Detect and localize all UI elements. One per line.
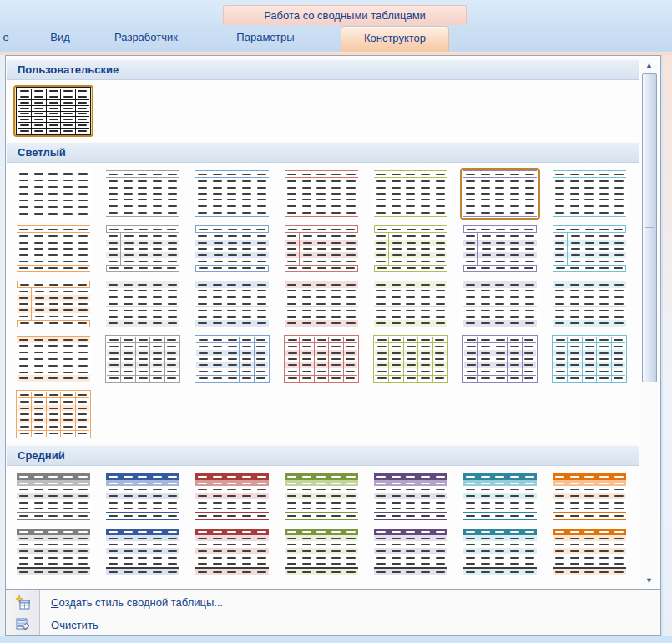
new-style-icon [6,595,39,610]
pivot-style-thumbnail-bands-orange[interactable] [13,333,93,385]
pivot-style-thumbnail-lines-blue[interactable] [192,168,272,220]
gallery-scrollbar[interactable]: ▲ ▼ [641,58,657,587]
pivot-style-thumbnail-m2-purple[interactable] [371,526,451,578]
pivot-style-thumbnail-lines-purple[interactable] [460,168,540,220]
pivot-style-thumbnail-custom-black[interactable] [13,85,93,137]
scrollbar-thumb[interactable] [642,73,657,382]
pivot-styles-gallery: Пользовательские Светлый Средний ▲ ▼ [5,55,661,590]
tab-view[interactable]: Вид [35,25,85,52]
pivot-style-thumbnail-bands-olive[interactable] [371,278,451,330]
menu-item-new-pivot-style[interactable]: Создать стиль сводной таблицы... [6,591,660,614]
section-label-custom: Пользовательские [18,63,119,76]
section-label-medium: Средний [18,449,65,462]
section-header-custom: Пользовательские [7,59,639,80]
menu-item-clear-style[interactable]: Очистить [6,614,660,636]
pivot-style-thumbnail-grid-red[interactable] [281,333,361,385]
gallery-footer-menu: Создать стиль сводной таблицы... Очистит… [5,590,661,636]
pivot-style-thumbnail-m2-blue[interactable] [103,526,183,578]
section-header-light: Светлый [7,142,639,163]
pivot-style-thumbnail-grid-teal[interactable] [549,333,629,385]
bottom-margin [0,636,672,643]
pivot-style-thumbnail-grid-purple[interactable] [460,333,540,385]
scroll-up-icon[interactable]: ▲ [641,58,657,72]
pivot-style-thumbnail-boxed-olive[interactable] [371,223,451,275]
menu-label-clear: Очистить [51,619,99,631]
clear-style-icon [6,618,39,632]
pivot-style-thumbnail-lines-red[interactable] [281,168,361,220]
scrollbar-grip [645,225,654,231]
pivot-style-thumbnail-m2-teal[interactable] [460,526,540,578]
pivot-style-thumbnail-lines-teal[interactable] [549,168,629,220]
right-margin [663,55,672,640]
pivot-style-thumbnail-m1-blue[interactable] [103,471,183,523]
section-label-light: Светлый [18,146,66,159]
pivot-style-thumbnail-grid-orange[interactable] [13,388,93,440]
pivot-style-thumbnail-lines-orange[interactable] [13,223,93,275]
pivot-style-thumbnail-m1-olive[interactable] [281,471,361,523]
pivot-style-thumbnail-m2-red[interactable] [192,526,272,578]
scroll-down-icon[interactable]: ▼ [641,573,657,587]
pivot-style-thumbnail-bands-purple[interactable] [460,278,540,330]
pivot-style-thumbnail-grid-blue[interactable] [192,333,272,385]
tab-partial[interactable]: е [2,25,10,52]
pivot-style-thumbnail-lines-gray[interactable] [103,168,183,220]
pivot-style-thumbnail-grid-gray[interactable] [103,333,183,385]
menu-label-new-style: Создать стиль сводной таблицы... [51,596,223,609]
pivot-style-thumbnail-boxed-orange[interactable] [13,278,93,330]
pivot-style-thumbnail-bands-red[interactable] [281,278,361,330]
pivot-style-thumbnail-boxed-purple[interactable] [460,223,540,275]
pivot-style-thumbnail-m1-orange[interactable] [549,471,629,523]
tab-design-active[interactable]: Конструктор [341,26,449,52]
pivot-style-thumbnail-m2-gray[interactable] [13,526,93,578]
pivot-style-thumbnail-bands-blue[interactable] [192,278,272,330]
pivot-style-thumbnail-boxed-gray[interactable] [103,223,183,275]
pivot-style-thumbnail-boxed-teal[interactable] [549,223,629,275]
contextual-tab-group-header: Работа со сводными таблицами [223,5,467,26]
pivot-style-thumbnail-bands-teal[interactable] [549,278,629,330]
pivot-style-thumbnail-m2-olive[interactable] [281,526,361,578]
pivot-style-thumbnail-bands-gray[interactable] [103,278,183,330]
pivot-style-thumbnail-m1-gray[interactable] [13,471,93,523]
pivot-style-thumbnail-lines-olive[interactable] [371,168,451,220]
section-header-medium: Средний [7,445,639,466]
pivot-style-thumbnail-m1-teal[interactable] [460,471,540,523]
pivot-style-thumbnail-grid-olive[interactable] [371,333,451,385]
pivot-style-thumbnail-m1-purple[interactable] [371,471,451,523]
tab-developer[interactable]: Разработчик [100,25,192,52]
light-styles-grid [6,164,660,444]
pivot-style-thumbnail-m1-red[interactable] [192,471,272,523]
pivot-style-thumbnail-boxed-red[interactable] [281,223,361,275]
pivot-style-thumbnail-plain-gray[interactable] [13,168,93,220]
pivot-style-thumbnail-m2-orange[interactable] [549,526,629,578]
custom-styles-grid [6,81,660,141]
pivot-style-thumbnail-boxed-blue[interactable] [192,223,272,275]
ribbon-tab-bar: е Вид Разработчик Параметры Конструктор [0,25,672,52]
contextual-tab-group-label: Работа со сводными таблицами [264,9,426,22]
medium-styles-grid [6,467,660,582]
tab-options[interactable]: Параметры [215,25,316,52]
